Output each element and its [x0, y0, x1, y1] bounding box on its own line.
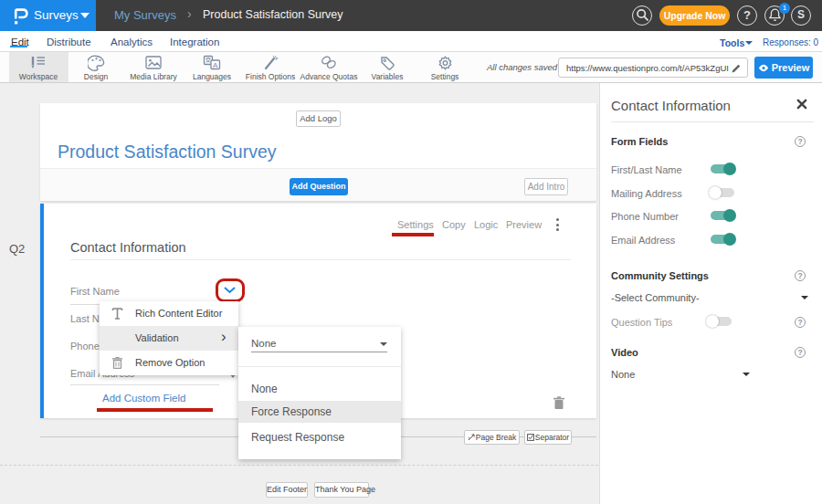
svg-text:A: A — [213, 61, 218, 69]
